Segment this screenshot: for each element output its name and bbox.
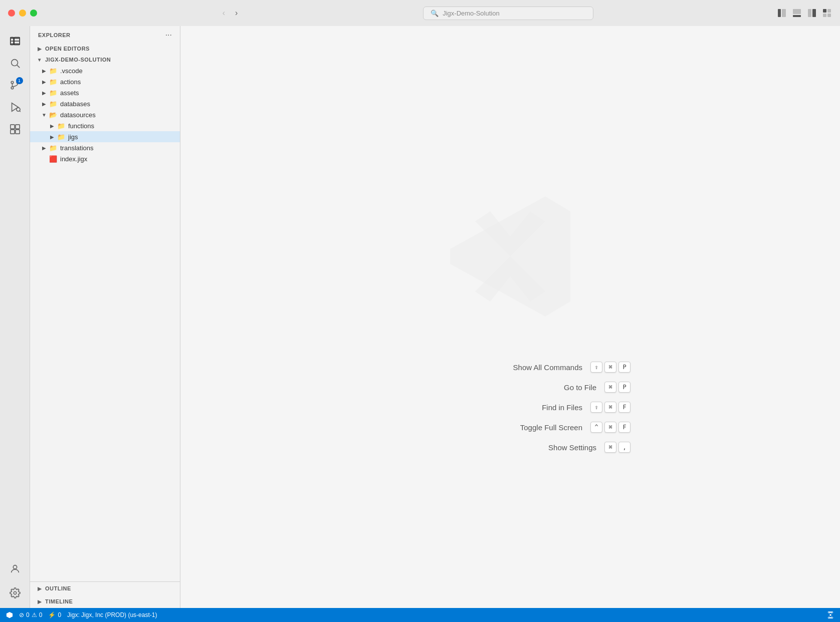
sidebar-header: EXPLORER ··· bbox=[30, 26, 180, 43]
vscode-logo-decoration bbox=[435, 181, 585, 332]
search-bar[interactable]: 🔍 Jigx-Demo-Solution bbox=[423, 7, 593, 20]
activity-item-source-control[interactable]: 1 bbox=[5, 75, 25, 95]
datasources-folder-icon: 📂 bbox=[49, 111, 57, 119]
section-open-editors[interactable]: ▶ OPEN EDITORS bbox=[30, 43, 180, 54]
activity-item-accounts[interactable] bbox=[5, 559, 25, 579]
back-button[interactable]: ‹ bbox=[221, 7, 227, 20]
sidebar-tree: ▶ OPEN EDITORS ▼ JIGX-DEMO-SOLUTION ▶ 📁 … bbox=[30, 43, 180, 581]
activity-item-extensions[interactable] bbox=[5, 119, 25, 139]
tree-item-databases[interactable]: ▶ 📁 databases bbox=[30, 98, 180, 109]
tree-item-functions[interactable]: ▶ 📁 functions bbox=[30, 120, 180, 131]
titlebar: ‹ › 🔍 Jigx-Demo-Solution bbox=[0, 0, 840, 26]
svg-rect-23 bbox=[10, 130, 14, 134]
project-label: JIGX-DEMO-SOLUTION bbox=[45, 57, 111, 63]
error-icon: ⊘ bbox=[19, 611, 24, 618]
shortcut-toggle-fullscreen: Toggle Full Screen ^ ⌘ F bbox=[390, 422, 631, 433]
svg-rect-6 bbox=[823, 9, 826, 13]
layout-controls bbox=[777, 8, 832, 18]
remote-broadcast-icon: ⚡ bbox=[48, 611, 56, 618]
outline-label: OUTLINE bbox=[45, 585, 71, 591]
key-p2: P bbox=[618, 382, 631, 393]
status-broadcast[interactable] bbox=[827, 611, 834, 618]
activity-bar: 1 bbox=[0, 26, 30, 608]
open-editors-chevron-icon: ▶ bbox=[36, 45, 43, 52]
timeline-section[interactable]: ▶ TIMELINE bbox=[30, 595, 180, 608]
index-jigx-label: index.jigx bbox=[60, 155, 87, 163]
shortcuts-list: Show All Commands ⇧ ⌘ P Go to File ⌘ P F… bbox=[390, 362, 631, 453]
datasources-chevron-icon: ▼ bbox=[40, 111, 48, 119]
key-cmd-2: ⌘ bbox=[604, 382, 616, 393]
datasources-label: datasources bbox=[60, 111, 96, 119]
show-all-commands-keys: ⇧ ⌘ P bbox=[590, 362, 631, 373]
databases-folder-icon: 📁 bbox=[49, 100, 57, 108]
search-text: Jigx-Demo-Solution bbox=[443, 10, 499, 17]
svg-rect-7 bbox=[827, 9, 831, 13]
svg-point-12 bbox=[11, 60, 18, 66]
tree-item-datasources[interactable]: ▼ 📂 datasources bbox=[30, 109, 180, 120]
key-cmd-3: ⌘ bbox=[604, 402, 616, 413]
tree-item-index-jigx[interactable]: 🟥 index.jigx bbox=[30, 153, 180, 164]
translations-chevron-icon: ▶ bbox=[40, 144, 48, 152]
toggle-fullscreen-keys: ^ ⌘ F bbox=[590, 422, 631, 433]
shortcut-show-all-commands: Show All Commands ⇧ ⌘ P bbox=[390, 362, 631, 373]
svg-rect-9 bbox=[827, 14, 831, 17]
assets-chevron-icon: ▶ bbox=[40, 89, 48, 97]
index-jigx-icon: 🟥 bbox=[49, 155, 57, 163]
find-in-files-keys: ⇧ ⌘ F bbox=[590, 402, 631, 413]
section-project[interactable]: ▼ JIGX-DEMO-SOLUTION bbox=[30, 54, 180, 65]
sidebar-more-button[interactable]: ··· bbox=[165, 31, 172, 39]
status-errors[interactable]: ⊘ 0 ⚠ 0 bbox=[19, 611, 42, 618]
svg-rect-8 bbox=[823, 14, 826, 17]
activity-item-search[interactable] bbox=[5, 53, 25, 73]
show-settings-label: Show Settings bbox=[506, 443, 596, 452]
vscode-folder-icon: 📁 bbox=[49, 67, 57, 75]
key-shift-2: ⇧ bbox=[590, 402, 602, 413]
svg-rect-24 bbox=[15, 130, 19, 134]
minimize-button[interactable] bbox=[19, 10, 26, 17]
index-jigx-chevron-placeholder bbox=[40, 155, 48, 163]
customize-layout-icon[interactable] bbox=[822, 8, 832, 18]
split-editor-icon[interactable] bbox=[807, 8, 817, 18]
maximize-button[interactable] bbox=[30, 10, 37, 17]
status-remote-count[interactable]: ⚡ 0 bbox=[48, 611, 61, 618]
forward-button[interactable]: › bbox=[233, 7, 240, 20]
warning-count: 0 bbox=[39, 611, 43, 618]
svg-point-16 bbox=[11, 81, 14, 84]
status-remote-icon[interactable] bbox=[6, 611, 13, 618]
svg-point-25 bbox=[13, 565, 17, 569]
svg-rect-4 bbox=[808, 9, 811, 17]
activity-bar-bottom bbox=[5, 558, 25, 604]
status-environment[interactable]: Jigx: Jigx, Inc (PROD) (us-east-1) bbox=[67, 611, 157, 618]
outline-section[interactable]: ▶ OUTLINE bbox=[30, 582, 180, 595]
tree-item-translations[interactable]: ▶ 📁 translations bbox=[30, 142, 180, 153]
vscode-chevron-icon: ▶ bbox=[40, 67, 48, 75]
find-in-files-label: Find in Files bbox=[492, 403, 582, 412]
sidebar-toggle-icon[interactable] bbox=[777, 8, 787, 18]
svg-rect-1 bbox=[782, 9, 786, 17]
activity-item-explorer[interactable] bbox=[5, 31, 25, 51]
source-control-badge: 1 bbox=[16, 77, 23, 84]
key-ctrl: ^ bbox=[590, 422, 602, 433]
tree-item-actions[interactable]: ▶ 📁 actions bbox=[30, 76, 180, 87]
actions-chevron-icon: ▶ bbox=[40, 78, 48, 86]
jigs-label: jigs bbox=[68, 133, 78, 141]
timeline-label: TIMELINE bbox=[45, 598, 73, 604]
tree-item-assets[interactable]: ▶ 📁 assets bbox=[30, 87, 180, 98]
panel-toggle-icon[interactable] bbox=[792, 8, 802, 18]
jigs-folder-icon: 📁 bbox=[57, 133, 65, 141]
shortcut-show-settings: Show Settings ⌘ , bbox=[390, 442, 631, 453]
key-cmd-1: ⌘ bbox=[604, 362, 616, 373]
key-comma: , bbox=[618, 442, 631, 453]
close-button[interactable] bbox=[8, 10, 15, 17]
status-bar: ⊘ 0 ⚠ 0 ⚡ 0 Jigx: Jigx, Inc (PROD) (us-e… bbox=[0, 608, 840, 622]
vscode-label: .vscode bbox=[60, 67, 83, 75]
svg-rect-5 bbox=[812, 9, 816, 17]
warning-icon: ⚠ bbox=[32, 611, 37, 618]
go-to-file-keys: ⌘ P bbox=[604, 382, 631, 393]
activity-item-run[interactable] bbox=[5, 97, 25, 117]
tree-item-vscode[interactable]: ▶ 📁 .vscode bbox=[30, 65, 180, 76]
activity-item-settings[interactable] bbox=[5, 583, 25, 603]
search-icon: 🔍 bbox=[431, 10, 439, 17]
tree-item-jigs[interactable]: ▶ 📁 jigs bbox=[30, 131, 180, 142]
translations-folder-icon: 📁 bbox=[49, 144, 57, 152]
